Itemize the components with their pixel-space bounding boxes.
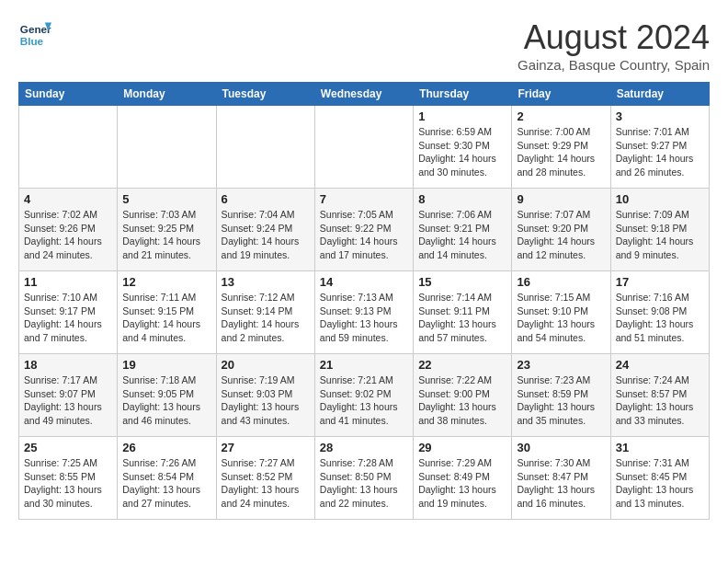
day-number: 14 [320, 275, 408, 289]
calendar-cell: 6Sunrise: 7:04 AMSunset: 9:24 PMDaylight… [216, 189, 314, 271]
day-info: Sunrise: 7:31 AMSunset: 8:45 PMDaylight:… [616, 456, 704, 511]
calendar-week-3: 11Sunrise: 7:10 AMSunset: 9:17 PMDayligh… [19, 271, 710, 354]
logo: General Blue [18, 18, 55, 52]
day-info: Sunrise: 7:14 AMSunset: 9:11 PMDaylight:… [418, 291, 506, 345]
day-number: 6 [222, 192, 310, 206]
col-saturday: Saturday [610, 83, 709, 106]
day-number: 30 [517, 441, 605, 454]
calendar-cell: 31Sunrise: 7:31 AMSunset: 8:45 PMDayligh… [610, 437, 709, 520]
day-number: 25 [24, 441, 112, 454]
calendar-cell: 12Sunrise: 7:11 AMSunset: 9:15 PMDayligh… [118, 271, 216, 354]
calendar-cell: 29Sunrise: 7:29 AMSunset: 8:49 PMDayligh… [414, 437, 512, 520]
day-number: 20 [222, 358, 310, 372]
day-info: Sunrise: 7:07 AMSunset: 9:20 PMDaylight:… [517, 208, 605, 262]
day-info: Sunrise: 7:24 AMSunset: 8:57 PMDaylight:… [616, 373, 704, 428]
day-info: Sunrise: 7:10 AMSunset: 9:17 PMDaylight:… [24, 291, 112, 345]
day-number: 16 [517, 275, 605, 289]
col-sunday: Sunday [19, 83, 118, 106]
day-info: Sunrise: 7:11 AMSunset: 9:15 PMDaylight:… [122, 291, 210, 345]
calendar-cell: 24Sunrise: 7:24 AMSunset: 8:57 PMDayligh… [610, 354, 709, 437]
day-number: 2 [517, 109, 605, 123]
calendar-cell: 10Sunrise: 7:09 AMSunset: 9:18 PMDayligh… [610, 189, 709, 271]
calendar-cell [314, 106, 413, 189]
day-info: Sunrise: 7:25 AMSunset: 8:55 PMDaylight:… [24, 456, 112, 511]
calendar-cell: 25Sunrise: 7:25 AMSunset: 8:55 PMDayligh… [19, 437, 118, 520]
day-info: Sunrise: 7:22 AMSunset: 9:00 PMDaylight:… [418, 373, 506, 428]
day-info: Sunrise: 7:15 AMSunset: 9:10 PMDaylight:… [517, 291, 605, 345]
calendar-cell: 23Sunrise: 7:23 AMSunset: 8:59 PMDayligh… [512, 354, 610, 437]
svg-text:Blue: Blue [20, 35, 44, 47]
day-number: 10 [616, 192, 704, 206]
day-number: 4 [24, 192, 112, 206]
calendar-cell [216, 106, 314, 189]
calendar-cell: 3Sunrise: 7:01 AMSunset: 9:27 PMDaylight… [610, 106, 709, 189]
day-info: Sunrise: 7:19 AMSunset: 9:03 PMDaylight:… [222, 373, 310, 428]
day-number: 12 [122, 275, 210, 289]
day-number: 5 [122, 192, 210, 206]
day-number: 1 [418, 109, 506, 123]
day-number: 8 [418, 192, 506, 206]
calendar-cell: 5Sunrise: 7:03 AMSunset: 9:25 PMDaylight… [118, 189, 216, 271]
day-info: Sunrise: 7:26 AMSunset: 8:54 PMDaylight:… [122, 456, 210, 511]
day-info: Sunrise: 7:06 AMSunset: 9:21 PMDaylight:… [418, 208, 506, 262]
day-number: 29 [418, 441, 506, 454]
day-info: Sunrise: 7:17 AMSunset: 9:07 PMDaylight:… [24, 373, 112, 428]
calendar-cell: 21Sunrise: 7:21 AMSunset: 9:02 PMDayligh… [314, 354, 413, 437]
calendar-cell: 7Sunrise: 7:05 AMSunset: 9:22 PMDaylight… [314, 189, 413, 271]
calendar-cell: 19Sunrise: 7:18 AMSunset: 9:05 PMDayligh… [118, 354, 216, 437]
day-info: Sunrise: 7:28 AMSunset: 8:50 PMDaylight:… [320, 456, 408, 511]
day-number: 18 [24, 358, 112, 372]
calendar-cell: 8Sunrise: 7:06 AMSunset: 9:21 PMDaylight… [414, 189, 512, 271]
day-info: Sunrise: 7:30 AMSunset: 8:47 PMDaylight:… [517, 456, 605, 511]
day-number: 23 [517, 358, 605, 372]
header: General Blue August 2024 Gainza, Basque … [18, 18, 710, 73]
calendar-cell: 11Sunrise: 7:10 AMSunset: 9:17 PMDayligh… [19, 271, 118, 354]
col-wednesday: Wednesday [314, 83, 413, 106]
calendar-week-5: 25Sunrise: 7:25 AMSunset: 8:55 PMDayligh… [19, 437, 710, 520]
calendar-cell: 28Sunrise: 7:28 AMSunset: 8:50 PMDayligh… [314, 437, 413, 520]
day-number: 31 [616, 441, 704, 454]
calendar-cell: 17Sunrise: 7:16 AMSunset: 9:08 PMDayligh… [610, 271, 709, 354]
calendar-cell: 16Sunrise: 7:15 AMSunset: 9:10 PMDayligh… [512, 271, 610, 354]
day-info: Sunrise: 7:29 AMSunset: 8:49 PMDaylight:… [418, 456, 506, 511]
day-number: 7 [320, 192, 408, 206]
calendar-cell: 27Sunrise: 7:27 AMSunset: 8:52 PMDayligh… [216, 437, 314, 520]
calendar-cell: 26Sunrise: 7:26 AMSunset: 8:54 PMDayligh… [118, 437, 216, 520]
calendar: Sunday Monday Tuesday Wednesday Thursday… [18, 82, 710, 520]
calendar-week-4: 18Sunrise: 7:17 AMSunset: 9:07 PMDayligh… [19, 354, 710, 437]
day-info: Sunrise: 7:00 AMSunset: 9:29 PMDaylight:… [517, 125, 605, 179]
day-number: 19 [122, 358, 210, 372]
col-friday: Friday [512, 83, 610, 106]
col-monday: Monday [118, 83, 216, 106]
calendar-header-row: Sunday Monday Tuesday Wednesday Thursday… [19, 83, 710, 106]
day-info: Sunrise: 7:01 AMSunset: 9:27 PMDaylight:… [616, 125, 704, 179]
day-info: Sunrise: 7:13 AMSunset: 9:13 PMDaylight:… [320, 291, 408, 345]
day-number: 11 [24, 275, 112, 289]
day-number: 22 [418, 358, 506, 372]
calendar-cell: 22Sunrise: 7:22 AMSunset: 9:00 PMDayligh… [414, 354, 512, 437]
day-number: 24 [616, 358, 704, 372]
calendar-cell: 30Sunrise: 7:30 AMSunset: 8:47 PMDayligh… [512, 437, 610, 520]
day-info: Sunrise: 7:12 AMSunset: 9:14 PMDaylight:… [222, 291, 310, 345]
day-info: Sunrise: 7:04 AMSunset: 9:24 PMDaylight:… [222, 208, 310, 262]
day-number: 17 [616, 275, 704, 289]
calendar-cell: 1Sunrise: 6:59 AMSunset: 9:30 PMDaylight… [414, 106, 512, 189]
calendar-cell: 13Sunrise: 7:12 AMSunset: 9:14 PMDayligh… [216, 271, 314, 354]
calendar-cell [118, 106, 216, 189]
day-info: Sunrise: 7:23 AMSunset: 8:59 PMDaylight:… [517, 373, 605, 428]
calendar-week-1: 1Sunrise: 6:59 AMSunset: 9:30 PMDaylight… [19, 106, 710, 189]
day-info: Sunrise: 7:16 AMSunset: 9:08 PMDaylight:… [616, 291, 704, 345]
day-number: 27 [222, 441, 310, 454]
day-info: Sunrise: 7:09 AMSunset: 9:18 PMDaylight:… [616, 208, 704, 262]
page: General Blue August 2024 Gainza, Basque … [0, 0, 728, 529]
month-title: August 2024 [518, 18, 710, 57]
calendar-cell [19, 106, 118, 189]
title-block: August 2024 Gainza, Basque Country, Spai… [518, 18, 710, 73]
calendar-cell: 4Sunrise: 7:02 AMSunset: 9:26 PMDaylight… [19, 189, 118, 271]
calendar-cell: 14Sunrise: 7:13 AMSunset: 9:13 PMDayligh… [314, 271, 413, 354]
day-number: 9 [517, 192, 605, 206]
logo-icon: General Blue [18, 18, 51, 52]
col-tuesday: Tuesday [216, 83, 314, 106]
day-info: Sunrise: 7:03 AMSunset: 9:25 PMDaylight:… [122, 208, 210, 262]
calendar-cell: 2Sunrise: 7:00 AMSunset: 9:29 PMDaylight… [512, 106, 610, 189]
